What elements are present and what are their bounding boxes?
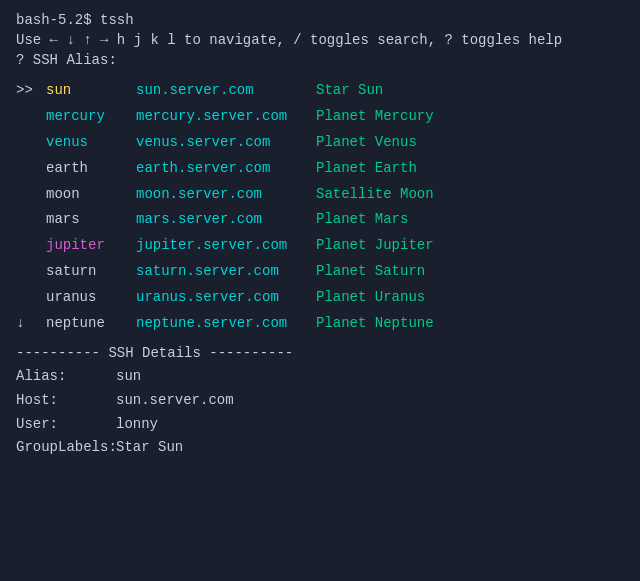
row-indicator xyxy=(16,259,46,285)
row-indicator xyxy=(16,156,46,182)
detail-value: lonny xyxy=(116,413,158,437)
row-indicator xyxy=(16,130,46,156)
row-host: neptune.server.com xyxy=(136,311,316,337)
row-host: earth.server.com xyxy=(136,156,316,182)
table-row[interactable]: moon moon.server.com Satellite Moon xyxy=(16,182,624,208)
row-host: mars.server.com xyxy=(136,207,316,233)
row-alias: mercury xyxy=(46,104,136,130)
terminal-header: bash-5.2$ tssh xyxy=(16,12,624,28)
table-row[interactable]: jupiter jupiter.server.com Planet Jupite… xyxy=(16,233,624,259)
table-row[interactable]: earth earth.server.com Planet Earth xyxy=(16,156,624,182)
row-host: mercury.server.com xyxy=(136,104,316,130)
row-alias: sun xyxy=(46,78,136,104)
row-indicator xyxy=(16,207,46,233)
row-alias: moon xyxy=(46,182,136,208)
detail-value: sun xyxy=(116,365,141,389)
row-desc: Planet Venus xyxy=(316,130,624,156)
row-host: jupiter.server.com xyxy=(136,233,316,259)
row-desc: Planet Saturn xyxy=(316,259,624,285)
row-indicator xyxy=(16,285,46,311)
row-desc: Planet Neptune xyxy=(316,311,624,337)
row-alias: venus xyxy=(46,130,136,156)
row-alias: neptune xyxy=(46,311,136,337)
detail-row: GroupLabels: Star Sun xyxy=(16,436,624,460)
detail-label: Host: xyxy=(16,389,116,413)
row-indicator xyxy=(16,182,46,208)
row-host: saturn.server.com xyxy=(136,259,316,285)
terminal-container: bash-5.2$ tssh Use ← ↓ ↑ → h j k l to na… xyxy=(16,12,624,460)
row-indicator xyxy=(16,233,46,259)
row-alias: jupiter xyxy=(46,233,136,259)
row-desc: Planet Mercury xyxy=(316,104,624,130)
row-desc: Planet Mars xyxy=(316,207,624,233)
ssh-table: >> sun sun.server.com Star Sun mercury m… xyxy=(16,78,624,337)
row-desc: Star Sun xyxy=(316,78,624,104)
detail-value: Star Sun xyxy=(116,436,183,460)
table-row[interactable]: venus venus.server.com Planet Venus xyxy=(16,130,624,156)
row-host: venus.server.com xyxy=(136,130,316,156)
row-desc: Planet Uranus xyxy=(316,285,624,311)
row-host: uranus.server.com xyxy=(136,285,316,311)
detail-row: User: lonny xyxy=(16,413,624,437)
table-row[interactable]: mars mars.server.com Planet Mars xyxy=(16,207,624,233)
row-host: sun.server.com xyxy=(136,78,316,104)
row-indicator xyxy=(16,104,46,130)
row-alias: earth xyxy=(46,156,136,182)
table-row[interactable]: uranus uranus.server.com Planet Uranus xyxy=(16,285,624,311)
row-host: moon.server.com xyxy=(136,182,316,208)
details-divider: ---------- SSH Details ---------- xyxy=(16,345,624,361)
table-row[interactable]: mercury mercury.server.com Planet Mercur… xyxy=(16,104,624,130)
row-alias: mars xyxy=(46,207,136,233)
detail-label: Alias: xyxy=(16,365,116,389)
row-desc: Satellite Moon xyxy=(316,182,624,208)
details-section: Alias: sun Host: sun.server.com User: lo… xyxy=(16,365,624,460)
terminal-nav: Use ← ↓ ↑ → h j k l to navigate, / toggl… xyxy=(16,32,624,48)
row-alias: saturn xyxy=(46,259,136,285)
detail-label: User: xyxy=(16,413,116,437)
detail-label: GroupLabels: xyxy=(16,436,116,460)
table-row[interactable]: >> sun sun.server.com Star Sun xyxy=(16,78,624,104)
table-row[interactable]: ↓ neptune neptune.server.com Planet Nept… xyxy=(16,311,624,337)
row-desc: Planet Jupiter xyxy=(316,233,624,259)
detail-row: Alias: sun xyxy=(16,365,624,389)
detail-row: Host: sun.server.com xyxy=(16,389,624,413)
row-desc: Planet Earth xyxy=(316,156,624,182)
row-indicator: ↓ xyxy=(16,311,46,337)
detail-value: sun.server.com xyxy=(116,389,234,413)
terminal-prompt: ? SSH Alias: xyxy=(16,52,624,68)
table-row[interactable]: saturn saturn.server.com Planet Saturn xyxy=(16,259,624,285)
row-indicator: >> xyxy=(16,78,46,104)
row-alias: uranus xyxy=(46,285,136,311)
